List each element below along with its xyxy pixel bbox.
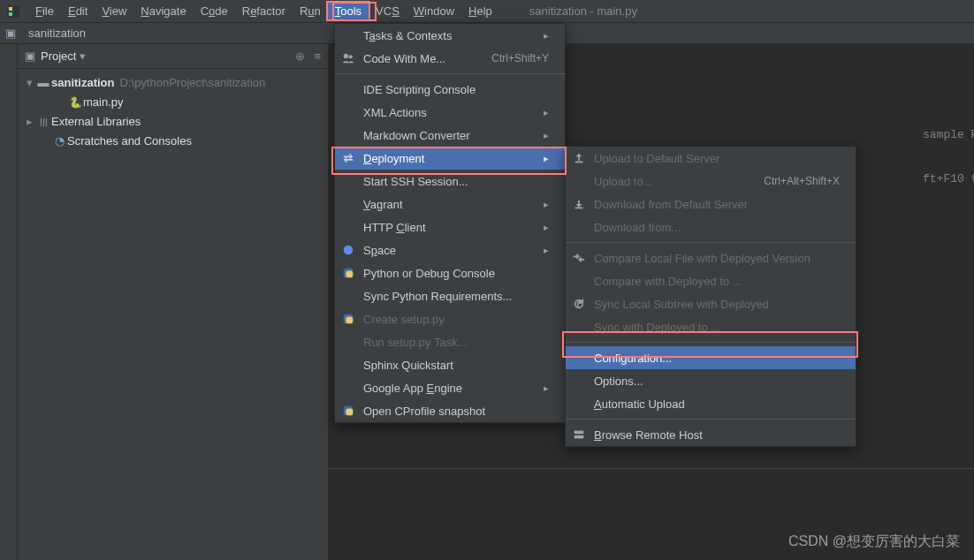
menu-item-label: Sync Local Subtree with Deployed (594, 298, 769, 311)
chevron-right-icon: ▸ (544, 382, 549, 394)
tree-root[interactable]: ▾ ▬ sanitization D:\pythonProject\saniti… (18, 72, 328, 92)
tools-item-run-setup-py-task: Run setup.py Task... (335, 330, 565, 353)
chevron-right-icon[interactable]: ▸ (23, 115, 35, 128)
menu-item-label: Download from... (594, 221, 681, 234)
menu-item-label: Sphinx Quickstart (363, 359, 453, 372)
menu-item-label: Space (363, 244, 396, 257)
tools-item-google-app-engine[interactable]: Google App Engine▸ (335, 376, 565, 399)
menu-item-label: HTTP Client (363, 221, 426, 234)
compare-icon (571, 252, 587, 264)
users-icon (340, 52, 356, 64)
space-icon (340, 244, 356, 256)
tree-file-main[interactable]: main.py (18, 92, 328, 111)
tools-item-sync-python-requirements[interactable]: Sync Python Requirements... (335, 284, 565, 307)
settings-icon[interactable]: ≡ (314, 49, 321, 63)
deploy-item-upload-to-default-server: Upload to Default Server (566, 147, 856, 170)
shortcut-label: Ctrl+Alt+Shift+X (764, 175, 840, 187)
menu-item-label: Compare Local File with Deployed Version (594, 252, 810, 265)
deploy-item-browse-remote-host[interactable]: Browse Remote Host (566, 423, 856, 446)
menu-view[interactable]: View (95, 3, 133, 19)
svg-rect-15 (575, 435, 584, 439)
deploy-item-configuration[interactable]: Configuration... (566, 346, 856, 369)
python-icon (340, 267, 356, 279)
menu-refactor[interactable]: Refactor (235, 3, 293, 19)
deploy-item-sync-local-subtree-with-deployed: Sync Local Subtree with Deployed (566, 292, 856, 315)
deploy-item-automatic-upload[interactable]: Automatic Upload (566, 392, 856, 415)
chevron-right-icon: ▸ (544, 153, 549, 164)
tools-item-http-client[interactable]: HTTP Client▸ (335, 216, 565, 238)
tools-item-space[interactable]: Space▸ (335, 238, 565, 261)
tools-item-code-with-me[interactable]: Code With Me...Ctrl+Shift+Y (335, 47, 565, 70)
tools-item-tasks-contexts[interactable]: Tasks & Contexts▸ (335, 24, 565, 47)
menu-help[interactable]: Help (461, 3, 499, 19)
editor-splitter[interactable] (329, 468, 974, 472)
deploy-item-sync-with-deployed-to: Sync with Deployed to ... (566, 315, 856, 338)
menu-item-label: Code With Me... (363, 52, 445, 65)
host-icon (571, 428, 587, 441)
transfer-icon (340, 152, 356, 164)
chevron-right-icon: ▸ (544, 222, 549, 233)
tools-menu: Tasks & Contexts▸Code With Me...Ctrl+Shi… (334, 23, 566, 423)
python-file-icon (67, 95, 83, 109)
project-icon: ▣ (25, 49, 35, 63)
menu-code[interactable]: Code (194, 3, 235, 19)
tree-scratches[interactable]: ◔ Scratches and Consoles (18, 131, 328, 150)
deploy-item-download-from-default-server: Download from Default Server (566, 193, 856, 216)
deploy-item-compare-with-deployed-to: Compare with Deployed to ... (566, 269, 856, 292)
menu-item-label: Markdown Converter (363, 129, 470, 142)
breadcrumb-project[interactable]: sanitization (25, 25, 89, 42)
tools-item-create-setup-py: Create setup.py (335, 307, 565, 330)
tools-item-sphinx-quickstart[interactable]: Sphinx Quickstart (335, 353, 565, 376)
tools-item-markdown-converter[interactable]: Markdown Converter▸ (335, 124, 565, 147)
menu-item-label: Python or Debug Console (363, 267, 495, 280)
tools-item-ide-scripting-console[interactable]: IDE Scripting Console (335, 78, 565, 101)
menu-item-label: Sync Python Requirements... (363, 290, 512, 303)
menu-bar: FileEditViewNavigateCodeRefactorRunTools… (0, 0, 974, 23)
svg-point-3 (344, 54, 348, 58)
tools-item-open-cprofile-snapshot[interactable]: Open CProfile snapshot (335, 399, 565, 422)
separator (566, 342, 856, 343)
menu-item-label: Upload to... (594, 175, 653, 188)
window-title: sanitization - main.py (529, 4, 637, 18)
menu-item-label: Deployment (363, 152, 424, 165)
menu-tools[interactable]: Tools (328, 3, 369, 19)
tools-item-python-or-debug-console[interactable]: Python or Debug Console (335, 261, 565, 284)
tools-item-vagrant[interactable]: Vagrant▸ (335, 193, 565, 216)
menu-window[interactable]: Window (407, 3, 461, 19)
separator (566, 242, 856, 243)
tools-item-deployment[interactable]: Deployment▸ (335, 147, 565, 170)
menu-item-label: Sync with Deployed to ... (594, 321, 720, 334)
python-icon (340, 405, 356, 417)
tools-item-start-ssh-session[interactable]: Start SSH Session... (335, 170, 565, 193)
menu-edit[interactable]: Edit (61, 3, 95, 19)
svg-rect-12 (575, 162, 583, 163)
tree-file-name: main.py (83, 95, 124, 109)
svg-rect-2 (9, 12, 12, 16)
menu-item-label: Compare with Deployed to ... (594, 275, 742, 288)
locate-icon[interactable]: ⊕ (295, 49, 305, 63)
menu-navigate[interactable]: Navigate (133, 3, 193, 19)
svg-rect-14 (575, 431, 584, 435)
chevron-down-icon[interactable]: ▾ (23, 76, 35, 89)
deploy-item-download-from: Download from... (566, 216, 856, 238)
tools-item-xml-actions[interactable]: XML Actions▸ (335, 101, 565, 124)
shortcut-label: Ctrl+Shift+Y (491, 52, 549, 64)
svg-rect-11 (346, 408, 353, 415)
deploy-item-options[interactable]: Options... (566, 369, 856, 392)
folder-icon: ▣ (5, 26, 16, 40)
chevron-down-icon[interactable]: ▾ (80, 49, 86, 63)
menu-item-label: XML Actions (363, 106, 427, 119)
menu-file[interactable]: File (28, 3, 61, 19)
svg-point-5 (344, 246, 354, 255)
project-tool-header[interactable]: ▣ Project ▾ ⊕ ≡ (18, 44, 328, 69)
project-tree: ▾ ▬ sanitization D:\pythonProject\saniti… (18, 69, 328, 154)
menu-item-label: Run setup.py Task... (363, 336, 468, 349)
tree-ext-libs[interactable]: ▸ ⫼ External Libraries (18, 111, 328, 131)
chevron-right-icon: ▸ (544, 199, 549, 210)
menu-run[interactable]: Run (293, 3, 328, 19)
library-icon: ⫼ (35, 115, 51, 128)
svg-rect-7 (346, 270, 353, 277)
tree-root-path: D:\pythonProject\sanitization (120, 76, 266, 89)
chevron-right-icon: ▸ (544, 30, 549, 42)
menu-vcs[interactable]: VCS (369, 3, 407, 19)
